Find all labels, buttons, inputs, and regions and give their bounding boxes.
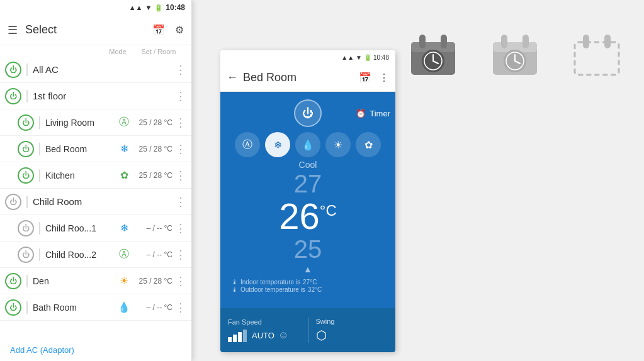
svg-rect-11 (523, 35, 529, 48)
item-name-child-room: Child Room (33, 196, 172, 207)
room-list: ⏻ All AC ⋮ ⏻ 1st floor ⋮ ⏻ Living Room Ⓐ… (0, 57, 191, 339)
settings-icon[interactable]: ⚙ (175, 24, 184, 36)
swing-label: Swing (316, 318, 388, 325)
separator (39, 222, 40, 235)
more-icon-bath-room[interactable]: ⋮ (175, 301, 186, 314)
more-icon-kitchen[interactable]: ⋮ (175, 169, 186, 182)
mode-auto-button[interactable]: Ⓐ (235, 132, 260, 157)
fan-person-icon[interactable]: ☺ (278, 330, 288, 341)
separator (26, 275, 28, 287)
power-icon-living-room[interactable]: ⏻ (18, 114, 34, 131)
thermometer-indoor-icon: 🌡 (232, 279, 238, 286)
list-item-bath-room[interactable]: ⏻ Bath Room 💧 – / -- °C ⋮ (0, 294, 191, 321)
svg-rect-18 (604, 35, 611, 48)
timer-button[interactable]: ⏰ Timer (356, 109, 390, 118)
temp-info-den: 25 / 28 °C (132, 277, 172, 286)
schedule-inactive-box[interactable] (487, 25, 543, 82)
fan-bar-2 (233, 335, 237, 342)
more-icon-child-room-2[interactable]: ⋮ (175, 248, 186, 262)
temp-info-bed-room: 25 / 28 °C (132, 145, 172, 153)
add-ac-button[interactable]: Add AC (Adaptor) (0, 339, 191, 361)
more-icon-child-room-1[interactable]: ⋮ (175, 221, 186, 235)
power-icon-child-room-1[interactable]: ⏻ (18, 220, 34, 236)
detail-header: ← Bed Room 📅 ⋮ (220, 64, 395, 92)
fan-bar-3 (238, 332, 242, 342)
indoor-temp-value: 27°C (303, 279, 317, 286)
mode-cool-button[interactable]: ❄ (265, 132, 290, 157)
wifi-icon: ▼ (145, 4, 152, 11)
schedule-empty-box[interactable] (568, 25, 625, 82)
back-button[interactable]: ← (227, 71, 238, 84)
list-item-child-room-2[interactable]: ⏻ Child Roo...2 Ⓐ – / -- °C ⋮ (0, 242, 191, 268)
list-column-headers: Mode Set / Room (0, 45, 191, 57)
swing-icon[interactable]: ⬡ (316, 328, 327, 342)
detail-more-icon[interactable]: ⋮ (379, 72, 389, 84)
mode-icon-bath-room: 💧 (116, 301, 132, 313)
mode-dry-button[interactable]: 💧 (295, 132, 320, 157)
battery-icon: 🔋 (154, 4, 163, 12)
mode-sun-button[interactable]: ☀ (325, 132, 351, 157)
list-item-bed-room[interactable]: ⏻ Bed Room ❄ 25 / 28 °C ⋮ (0, 136, 191, 162)
svg-rect-3 (441, 35, 447, 48)
indoor-temp-label: Indoor temperature is (240, 279, 300, 286)
power-icon-bath-room[interactable]: ⏻ (5, 299, 21, 316)
thermometer-outdoor-icon: 🌡 (232, 286, 238, 293)
list-item-child-room[interactable]: ⏻ Child Room ⋮ (0, 189, 191, 215)
detail-schedule-icon[interactable]: 📅 (359, 72, 371, 84)
detail-battery-icon: 🔋 (364, 54, 371, 61)
power-icon-kitchen[interactable]: ⏻ (18, 167, 34, 184)
mode-icon-bed-room: ❄ (116, 143, 132, 155)
mode-fan-button[interactable]: ✿ (356, 132, 381, 157)
item-name-kitchen: Kitchen (45, 170, 116, 181)
more-icon-1st-floor[interactable]: ⋮ (175, 89, 186, 103)
temp-current-value: 26 (279, 196, 320, 236)
chevron-up-icon: ▲ (303, 264, 312, 274)
more-icon-den[interactable]: ⋮ (175, 274, 186, 288)
power-icon-all-ac[interactable]: ⏻ (5, 62, 21, 78)
schedule-empty-icon (572, 28, 622, 79)
power-icon-den[interactable]: ⏻ (5, 273, 21, 289)
svg-rect-17 (583, 35, 589, 48)
schedule-icon[interactable]: 📅 (152, 24, 165, 36)
schedule-icons-panel (405, 25, 625, 82)
app-header: ☰ Select 📅 ⚙ (0, 15, 191, 45)
separator (39, 143, 40, 155)
ac-control-panel: ⏻ ⏰ Timer Ⓐ ❄ 💧 ☀ ✿ Cool 27 26 °C (220, 92, 395, 308)
top-controls-row: ⏻ ⏰ Timer (225, 99, 390, 127)
temp-info-kitchen: 25 / 28 °C (132, 171, 172, 180)
temp-info-living-room: 25 / 28 °C (132, 118, 172, 127)
schedule-active-box[interactable] (405, 25, 461, 82)
outdoor-temp-value: 32°C (308, 286, 322, 293)
list-item-den[interactable]: ⏻ Den ☀ 25 / 28 °C ⋮ (0, 268, 191, 294)
power-icon-child-room[interactable]: ⏻ (5, 194, 21, 210)
power-icon-1st-floor[interactable]: ⏻ (5, 88, 21, 104)
left-phone-panel: ▲▲ ▼ 🔋 10:48 ☰ Select 📅 ⚙ Mode Set / Roo… (0, 0, 192, 361)
schedule-inactive-icon (490, 28, 540, 79)
fan-speed-section: Fan Speed AUTO ☺ (228, 318, 300, 342)
more-icon-all-ac[interactable]: ⋮ (175, 63, 186, 77)
list-item-child-room-1[interactable]: ⏻ Child Roo...1 ❄ – / -- °C ⋮ (0, 215, 191, 242)
bottom-fan-panel: Fan Speed AUTO ☺ Swing ⬡ (220, 308, 395, 352)
list-item-living-room[interactable]: ⏻ Living Room Ⓐ 25 / 28 °C ⋮ (0, 109, 191, 136)
separator (26, 196, 28, 208)
separator (39, 116, 40, 129)
menu-icon[interactable]: ☰ (8, 23, 18, 37)
status-bar-left: ▲▲ ▼ 🔋 10:48 (0, 0, 191, 15)
fan-speed-value: AUTO (252, 331, 274, 340)
more-icon-living-room[interactable]: ⋮ (175, 116, 186, 130)
header-icons: 📅 ⚙ (152, 24, 184, 36)
power-icon-child-room-2[interactable]: ⏻ (18, 247, 34, 263)
mode-label: Cool (299, 160, 317, 170)
outdoor-temp-label: Outdoor temperature is (240, 286, 305, 293)
power-icon-bed-room[interactable]: ⏻ (18, 141, 34, 157)
swing-section: Swing ⬡ (316, 318, 388, 343)
list-item-all-ac[interactable]: ⏻ All AC ⋮ (0, 57, 191, 83)
power-main-button[interactable]: ⏻ (294, 99, 322, 127)
more-icon-bed-room[interactable]: ⋮ (175, 142, 186, 156)
list-item-1st-floor[interactable]: ⏻ 1st floor ⋮ (0, 83, 191, 109)
item-name-den: Den (33, 276, 116, 286)
mode-icon-child-room-1: ❄ (116, 222, 132, 234)
more-icon-child-room[interactable]: ⋮ (175, 195, 186, 209)
list-item-kitchen[interactable]: ⏻ Kitchen ✿ 25 / 28 °C ⋮ (0, 162, 191, 189)
mode-controls-row: Ⓐ ❄ 💧 ☀ ✿ (235, 132, 381, 157)
